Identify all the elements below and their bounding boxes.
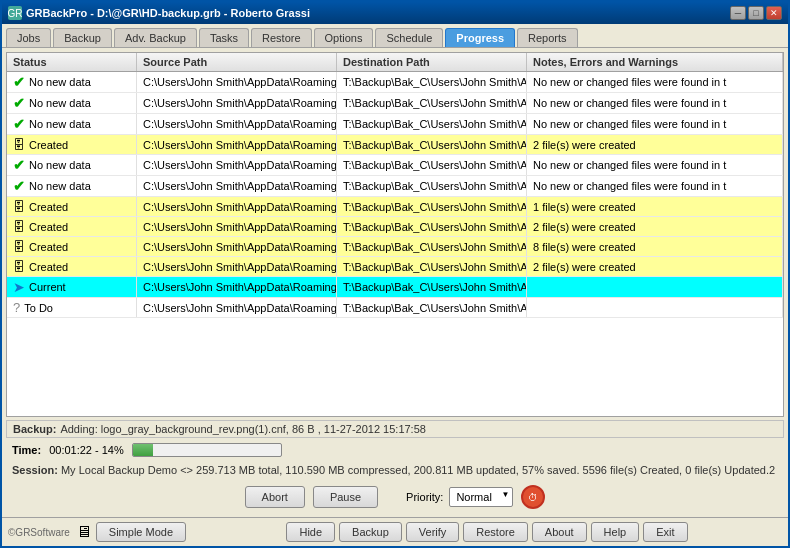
minimize-button[interactable]: ─ <box>730 6 746 20</box>
cell-notes: No new or changed files were found in t <box>527 114 783 134</box>
table-row: 🗄Created C:\Users\John Smith\AppData\Roa… <box>7 135 783 155</box>
action-buttons: Abort Pause Priority: Normal Low High ⏱ <box>6 481 784 513</box>
about-button[interactable]: About <box>532 522 587 542</box>
tab-progress[interactable]: Progress <box>445 28 515 47</box>
cell-notes: 2 file(s) were created <box>527 135 783 154</box>
tab-jobs[interactable]: Jobs <box>6 28 51 47</box>
close-button[interactable]: ✕ <box>766 6 782 20</box>
table-row: 🗄Created C:\Users\John Smith\AppData\Roa… <box>7 237 783 257</box>
session-info: Session: My Local Backup Demo <> 259.713… <box>6 462 784 478</box>
cell-notes: No new or changed files were found in t <box>527 93 783 113</box>
cell-status: ✔No new data <box>7 114 137 134</box>
simple-mode-container: 🖥 Simple Mode <box>76 522 186 542</box>
abort-button[interactable]: Abort <box>245 486 305 508</box>
question-icon: ? <box>13 300 20 315</box>
table-row: ✔No new data C:\Users\John Smith\AppData… <box>7 176 783 197</box>
title-bar-left: GR GRBackPro - D:\@GR\HD-backup.grb - Ro… <box>8 6 310 20</box>
cell-source: C:\Users\John Smith\AppData\Roaming\Micr… <box>137 155 337 175</box>
app-icon: GR <box>8 6 22 20</box>
backup-button[interactable]: Backup <box>339 522 402 542</box>
cell-source: C:\Users\John Smith\AppData\Roaming\Micr… <box>137 135 337 154</box>
cell-notes: No new or changed files were found in t <box>527 176 783 196</box>
backup-text: Adding: logo_gray_background_rev.png(1).… <box>60 423 426 435</box>
main-content: Status Source Path Destination Path Note… <box>2 48 788 517</box>
cell-source: C:\Users\John Smith\AppData\Roaming\Micr… <box>137 257 337 276</box>
tab-schedule[interactable]: Schedule <box>375 28 443 47</box>
table-row: ➤Current C:\Users\John Smith\AppData\Roa… <box>7 277 783 298</box>
session-text: My Local Backup Demo <> 259.713 MB total… <box>61 464 775 476</box>
bottom-bar: ©GRSoftware 🖥 Simple Mode Hide Backup Ve… <box>2 517 788 546</box>
priority-section: Priority: Normal Low High <box>406 487 513 507</box>
cell-notes: No new or changed files were found in t <box>527 72 783 92</box>
db-icon: 🗄 <box>13 200 25 214</box>
cell-status: ➤Current <box>7 277 137 297</box>
tab-tasks[interactable]: Tasks <box>199 28 249 47</box>
cell-dest: T:\Backup\Bak_C\Users\John Smith\A... <box>337 197 527 216</box>
simple-mode-icon: 🖥 <box>76 523 92 541</box>
cell-dest: T:\Backup\Bak_C\Users\John Smith\A... <box>337 217 527 236</box>
hide-button[interactable]: Hide <box>286 522 335 542</box>
time-value: 00:01:22 - 14% <box>49 444 124 456</box>
backup-status-bar: Backup: Adding: logo_gray_background_rev… <box>6 420 784 438</box>
priority-wrapper: Normal Low High <box>449 487 513 507</box>
table-row: ✔No new data C:\Users\John Smith\AppData… <box>7 93 783 114</box>
progress-row: Time: 00:01:22 - 14% <box>6 441 784 459</box>
verify-button[interactable]: Verify <box>406 522 460 542</box>
session-label: Session: <box>12 464 58 476</box>
cell-source: C:\Users\John Smith\AppData\Roaming\Micr… <box>137 176 337 196</box>
db-icon: 🗄 <box>13 220 25 234</box>
cell-notes: 2 file(s) were created <box>527 217 783 236</box>
copyright-text: ©GRSoftware <box>8 527 70 538</box>
table-row: 🗄Created C:\Users\John Smith\AppData\Roa… <box>7 217 783 237</box>
cell-notes <box>527 277 783 297</box>
priority-select[interactable]: Normal Low High <box>449 487 513 507</box>
cell-status: ✔No new data <box>7 72 137 92</box>
progress-bar-container <box>132 443 282 457</box>
cell-notes: 8 file(s) were created <box>527 237 783 256</box>
tab-adv-backup[interactable]: Adv. Backup <box>114 28 197 47</box>
tab-options[interactable]: Options <box>314 28 374 47</box>
cell-source: C:\Users\John Smith\AppData\Roaming\Micr… <box>137 298 337 317</box>
cell-source: C:\Users\John Smith\AppData\Roaming\Micr… <box>137 277 337 297</box>
tab-backup[interactable]: Backup <box>53 28 112 47</box>
pause-button[interactable]: Pause <box>313 486 378 508</box>
check-icon: ✔ <box>13 74 25 90</box>
title-bar: GR GRBackPro - D:\@GR\HD-backup.grb - Ro… <box>2 2 788 24</box>
cell-source: C:\Users\John Smith\AppData\Roaming\Micr… <box>137 114 337 134</box>
db-icon: 🗄 <box>13 138 25 152</box>
cell-notes: 1 file(s) were created <box>527 197 783 216</box>
exit-button[interactable]: Exit <box>643 522 687 542</box>
cell-source: C:\Users\John Smith\AppData\Roaming\Micr… <box>137 217 337 236</box>
maximize-button[interactable]: □ <box>748 6 764 20</box>
simple-mode-button[interactable]: Simple Mode <box>96 522 186 542</box>
help-button[interactable]: Help <box>591 522 640 542</box>
cell-dest: T:\Backup\Bak_C\Users\John Smith\A... <box>337 257 527 276</box>
cell-notes: No new or changed files were found in t <box>527 155 783 175</box>
table-body: ✔No new data C:\Users\John Smith\AppData… <box>7 72 783 416</box>
db-icon: 🗄 <box>13 240 25 254</box>
cell-source: C:\Users\John Smith\AppData\Roaming\Micr… <box>137 237 337 256</box>
cell-dest: T:\Backup\Bak_C\Users\John Smith\A... <box>337 114 527 134</box>
table-row: ✔No new data C:\Users\John Smith\AppData… <box>7 114 783 135</box>
tab-restore[interactable]: Restore <box>251 28 312 47</box>
cell-dest: T:\Backup\Bak_C\Users\John Smith\A... <box>337 135 527 154</box>
backup-status-line: Backup: Adding: logo_gray_background_rev… <box>13 423 777 435</box>
table-header: Status Source Path Destination Path Note… <box>7 53 783 72</box>
cell-dest: T:\Backup\Bak_C\Users\John Smith\A... <box>337 176 527 196</box>
table-row: ✔No new data C:\Users\John Smith\AppData… <box>7 72 783 93</box>
tab-reports[interactable]: Reports <box>517 28 578 47</box>
db-icon: 🗄 <box>13 260 25 274</box>
table-row: ?To Do C:\Users\John Smith\AppData\Roami… <box>7 298 783 318</box>
main-window: GR GRBackPro - D:\@GR\HD-backup.grb - Ro… <box>0 0 790 548</box>
priority-label: Priority: <box>406 491 443 503</box>
restore-button[interactable]: Restore <box>463 522 528 542</box>
check-icon: ✔ <box>13 157 25 173</box>
cell-notes <box>527 298 783 317</box>
cell-dest: T:\Backup\Bak_C\Users\John Smith\A... <box>337 277 527 297</box>
window-title: GRBackPro - D:\@GR\HD-backup.grb - Rober… <box>26 7 310 19</box>
cell-status: ✔No new data <box>7 155 137 175</box>
table-row: ✔No new data C:\Users\John Smith\AppData… <box>7 155 783 176</box>
cell-status: 🗄Created <box>7 135 137 154</box>
cell-status: ✔No new data <box>7 176 137 196</box>
arrow-icon: ➤ <box>13 279 25 295</box>
